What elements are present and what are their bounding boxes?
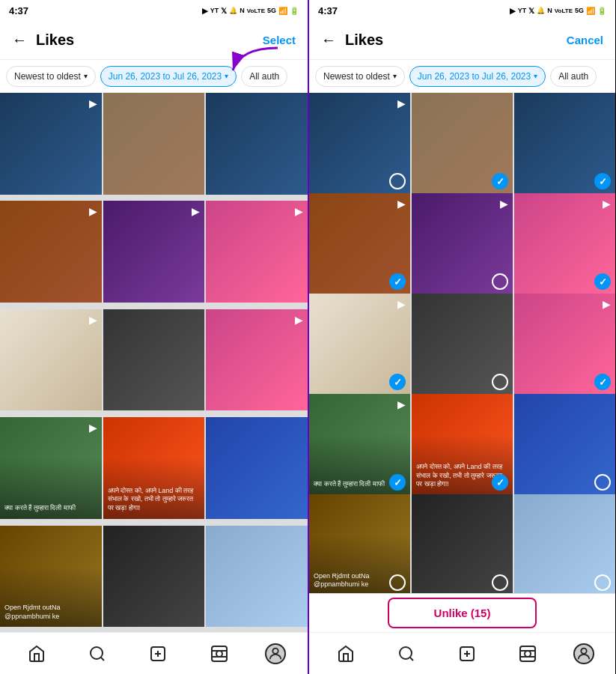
nav-home-right[interactable]: [331, 639, 361, 669]
date-filter-right[interactable]: Jun 26, 2023 to Jul 26, 2023 ▾: [409, 66, 546, 87]
svg-point-17: [525, 651, 531, 657]
author-filter-right[interactable]: All auth: [550, 66, 597, 87]
video-icon: ▶: [295, 205, 303, 217]
grid-item[interactable]: अपने दोस्त को, अपने Land की तरह संभाल के…: [103, 417, 205, 519]
grid-item[interactable]: [206, 93, 308, 195]
grid-item[interactable]: ✓: [514, 93, 615, 194]
nav-search-right[interactable]: [391, 639, 421, 669]
grid-item[interactable]: [514, 394, 615, 495]
grid-item[interactable]: [412, 494, 513, 593]
select-circle-checked: ✓: [389, 273, 406, 290]
grid-item[interactable]: [103, 309, 205, 411]
page-title-left: Likes: [36, 31, 263, 49]
svg-point-20: [581, 648, 586, 653]
grid-item[interactable]: ▶: [206, 201, 308, 303]
status-bar-right: 4:37 ▶ YT 𝕏 🔔 N VoLTE 5G 📶 🔋: [309, 0, 615, 21]
grid-item[interactable]: ▶: [103, 201, 205, 303]
grid-item[interactable]: Open Rjdmt outNa @ppnambhumi ke: [309, 494, 410, 593]
time-left: 4:37: [9, 5, 28, 16]
video-icon: ▶: [89, 205, 97, 217]
left-phone-panel: 4:37 ▶ YT 𝕏 🔔 N VoLTE 5G 📶 🔋 ← Likes Sel…: [0, 0, 308, 674]
select-circle-checked: ✓: [594, 173, 611, 189]
filter-bar-right: Newest to oldest ▾ Jun 26, 2023 to Jul 2…: [309, 60, 615, 93]
video-icon: ▶: [397, 398, 406, 410]
select-circle-checked: ✓: [594, 374, 611, 390]
svg-point-7: [216, 651, 222, 657]
video-icon: ▶: [397, 198, 406, 210]
grid-item[interactable]: ▶: [412, 193, 513, 294]
filter-bar-left: Newest to oldest ▾ Jun 26, 2023 to Jul 2…: [0, 60, 308, 93]
video-icon: ▶: [295, 314, 303, 326]
back-button-left[interactable]: ←: [12, 31, 27, 49]
header-right: ← Likes Cancel: [309, 21, 615, 60]
unlike-bar: Unlike (15): [309, 593, 615, 632]
select-circle-checked: ✓: [492, 173, 508, 189]
svg-rect-6: [212, 646, 227, 661]
svg-point-11: [400, 647, 412, 659]
nav-search-left[interactable]: [82, 639, 112, 669]
back-button-right[interactable]: ←: [321, 31, 336, 49]
status-bar-left: 4:37 ▶ YT 𝕏 🔔 N VoLTE 5G 📶 🔋: [0, 0, 308, 21]
select-button[interactable]: Select: [263, 34, 296, 46]
nav-reels-left[interactable]: [204, 639, 234, 669]
bottom-nav-left: [0, 632, 308, 674]
grid-item[interactable]: ▶✓: [309, 294, 410, 395]
grid-item[interactable]: ▶: [206, 309, 308, 411]
grid-item[interactable]: ▶: [0, 201, 102, 303]
grid-item[interactable]: ▶✓: [309, 193, 410, 294]
select-circle-checked: ✓: [594, 273, 611, 290]
author-filter-left[interactable]: All auth: [241, 66, 287, 87]
grid-item[interactable]: ▶: [309, 93, 410, 194]
select-circle: [492, 273, 508, 290]
svg-point-1: [91, 647, 103, 659]
select-circle: [492, 574, 508, 591]
date-filter-left[interactable]: Jun 26, 2023 to Jul 26, 2023 ▾: [100, 66, 237, 87]
select-circle: [389, 173, 406, 189]
bottom-nav-right: [309, 632, 615, 674]
select-circle-checked: ✓: [389, 474, 406, 491]
grid-item[interactable]: [206, 526, 308, 628]
page-title-right: Likes: [345, 31, 567, 49]
photo-grid-right: ▶✓✓▶✓▶▶✓▶✓▶✓▶क्या करते हैं तुम्हारा दिली…: [309, 93, 615, 593]
cell-caption: Open Rjdmt outNa @ppnambhumi ke: [4, 604, 97, 621]
nav-plus-right[interactable]: [452, 639, 482, 669]
grid-item[interactable]: [103, 526, 205, 628]
select-circle: [594, 574, 611, 591]
cell-caption: अपने दोस्त को, अपने Land की तरह संभाल के…: [108, 487, 201, 513]
grid-item[interactable]: [412, 294, 513, 395]
select-circle: [492, 374, 508, 390]
grid-item[interactable]: ✓: [412, 93, 513, 194]
grid-item[interactable]: अपने दोस्त को, अपने Land की तरह संभाल के…: [412, 394, 513, 495]
nav-plus-left[interactable]: [143, 639, 173, 669]
sort-filter-right[interactable]: Newest to oldest ▾: [315, 66, 405, 87]
grid-item[interactable]: ▶क्या करते हैं तुम्हारा दिली माफी✓: [309, 394, 410, 495]
svg-line-12: [409, 657, 412, 660]
cancel-button[interactable]: Cancel: [567, 34, 603, 46]
unlike-button[interactable]: Unlike (15): [388, 598, 537, 628]
select-circle-checked: ✓: [492, 474, 508, 491]
sort-filter-left[interactable]: Newest to oldest ▾: [6, 66, 96, 87]
time-right: 4:37: [318, 5, 338, 16]
status-icons-left: ▶ YT 𝕏 🔔 N VoLTE 5G 📶 🔋: [202, 7, 299, 15]
nav-profile-left[interactable]: [265, 643, 286, 664]
grid-item[interactable]: [514, 494, 615, 593]
grid-item[interactable]: [103, 93, 205, 195]
video-icon: ▶: [89, 97, 97, 109]
video-icon: ▶: [603, 198, 611, 210]
nav-reels-right[interactable]: [513, 639, 543, 669]
grid-item[interactable]: ▶: [0, 309, 102, 411]
select-circle-checked: ✓: [389, 374, 406, 390]
grid-item[interactable]: [206, 417, 308, 519]
grid-item[interactable]: ▶क्या करते हैं तुम्हारा दिली माफी: [0, 417, 102, 519]
grid-item[interactable]: ▶: [0, 93, 102, 195]
grid-item[interactable]: ▶✓: [514, 193, 615, 294]
video-icon: ▶: [89, 314, 97, 326]
video-icon: ▶: [89, 422, 97, 434]
grid-item[interactable]: Open Rjdmt outNa @ppnambhumi ke: [0, 526, 102, 628]
photo-grid-left: ▶▶▶▶▶▶▶क्या करते हैं तुम्हारा दिली माफीअ…: [0, 93, 308, 632]
video-icon: ▶: [603, 298, 611, 310]
nav-profile-right[interactable]: [573, 643, 594, 664]
nav-home-left[interactable]: [22, 639, 52, 669]
cell-caption: क्या करते हैं तुम्हारा दिली माफी: [4, 504, 97, 513]
grid-item[interactable]: ▶✓: [514, 294, 615, 395]
